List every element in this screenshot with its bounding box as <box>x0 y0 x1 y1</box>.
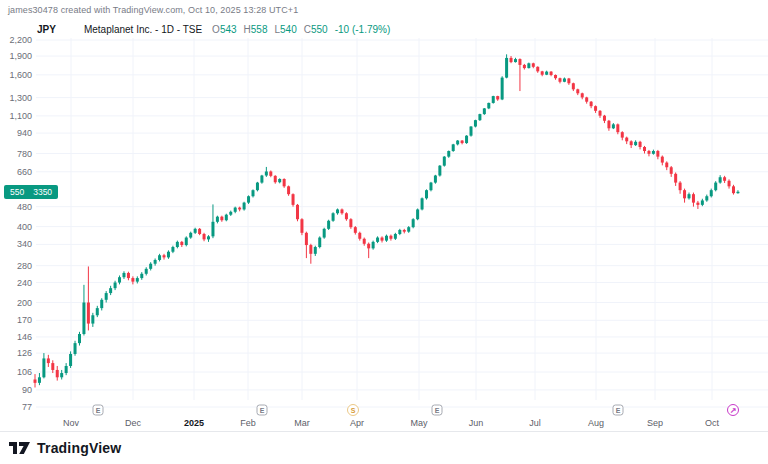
price-tick-label: 200 <box>0 298 32 308</box>
candle <box>381 238 384 241</box>
candle <box>38 377 41 383</box>
candle <box>260 176 263 183</box>
candle <box>292 194 295 205</box>
price-tick-label: 660 <box>0 167 32 177</box>
candle <box>674 174 677 183</box>
candle <box>492 96 495 103</box>
time-tick-label: Jul <box>529 418 541 428</box>
candle <box>447 151 450 157</box>
upcoming-marker-icon[interactable]: ↗ <box>727 404 739 416</box>
candle <box>483 108 486 114</box>
time-tick-label: Sep <box>647 418 663 428</box>
candle <box>203 234 206 239</box>
candle <box>612 124 615 128</box>
earnings-marker-icon[interactable]: E <box>257 405 268 416</box>
candle <box>65 366 68 373</box>
candle <box>541 71 544 74</box>
candle <box>434 176 437 183</box>
price-tick-label: 1,600 <box>0 70 32 80</box>
candle <box>358 233 361 239</box>
candle <box>594 106 597 111</box>
last-price-badge: 550 3350 <box>4 185 58 199</box>
candle <box>696 203 699 205</box>
candle <box>429 183 432 191</box>
price-tick-label: 90 <box>0 385 32 395</box>
currency-label: JPY <box>37 24 56 35</box>
candle <box>56 370 59 377</box>
candle <box>154 260 157 264</box>
time-tick-label: 2025 <box>184 418 204 428</box>
candle <box>314 247 317 254</box>
candle <box>710 190 713 196</box>
price-tick-label: 1,100 <box>0 111 32 121</box>
candle <box>287 186 290 194</box>
close-value: 550 <box>311 24 328 35</box>
candle <box>639 142 642 147</box>
candle <box>461 141 464 144</box>
chart-region: 2,2001,9001,6001,3001,100940780660480400… <box>0 36 768 431</box>
earnings-marker-icon[interactable]: E <box>613 405 624 416</box>
earnings-marker-icon[interactable]: E <box>93 405 104 416</box>
price-tick-label: 400 <box>0 222 32 232</box>
earnings-marker-icon[interactable]: E <box>432 405 443 416</box>
candle <box>51 363 54 370</box>
price-tick-label: 1,900 <box>0 51 32 61</box>
candle <box>225 215 228 221</box>
candle <box>688 194 691 198</box>
candle <box>567 78 570 83</box>
candle <box>238 208 241 210</box>
candle <box>327 221 330 229</box>
candle <box>145 269 148 274</box>
split-marker-icon[interactable]: S <box>347 404 359 416</box>
candle <box>607 121 610 129</box>
candle <box>621 132 624 137</box>
candle <box>634 142 637 145</box>
candle <box>42 358 45 377</box>
candle <box>554 75 557 78</box>
candle <box>572 83 575 89</box>
candle <box>127 273 130 278</box>
candle <box>78 334 81 343</box>
candle <box>625 138 628 142</box>
candle <box>91 315 94 323</box>
candle <box>545 72 548 75</box>
candle <box>496 96 499 99</box>
candle <box>647 151 650 154</box>
candle <box>247 196 250 202</box>
candle <box>100 300 103 308</box>
candle <box>69 354 72 366</box>
candle <box>389 236 392 239</box>
candlestick-chart[interactable] <box>0 36 768 431</box>
candle <box>474 120 477 126</box>
footer-bar: TradingView <box>0 431 768 464</box>
candle <box>296 205 299 219</box>
symbol-header: JPY Metaplanet Inc. - 1D - TSE O543 H558… <box>37 23 390 35</box>
time-tick-label: Feb <box>240 418 256 428</box>
tradingview-logo-icon[interactable] <box>9 440 31 456</box>
candle <box>736 192 739 193</box>
candle <box>283 179 286 186</box>
attribution-text: james30478 created with TradingView.com,… <box>8 5 298 15</box>
candle <box>670 167 673 174</box>
candle <box>47 358 50 363</box>
candle <box>349 219 352 227</box>
candle <box>652 151 655 154</box>
tradingview-brand-text[interactable]: TradingView <box>37 440 121 456</box>
candle <box>171 247 174 252</box>
candle <box>478 114 481 120</box>
candle <box>336 209 339 213</box>
symbol-title[interactable]: Metaplanet Inc. - 1D - TSE <box>84 24 202 35</box>
ohlc-readout: O543 H558 L540 C550 -10 (-1.79%) <box>212 24 390 35</box>
time-tick-label: Dec <box>125 418 141 428</box>
close-label: C <box>304 24 311 35</box>
candle <box>630 141 633 145</box>
time-tick-label: Nov <box>63 418 79 428</box>
candle <box>176 242 179 247</box>
candle <box>510 58 513 62</box>
candle <box>118 277 121 282</box>
candle <box>194 229 197 233</box>
candle <box>407 227 410 231</box>
candle <box>372 242 375 248</box>
candle <box>300 219 303 233</box>
high-label: H <box>244 24 251 35</box>
